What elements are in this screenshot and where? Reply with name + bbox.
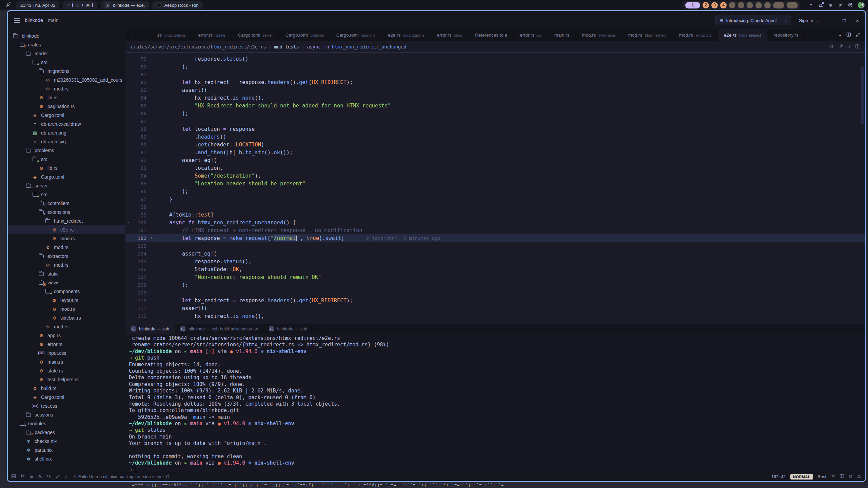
- workspace-empty[interactable]: [755, 2, 762, 8]
- expand-icon[interactable]: [856, 32, 860, 38]
- launcher-icon[interactable]: [3, 2, 13, 8]
- sign-in-button[interactable]: Sign In ⌄: [799, 18, 819, 23]
- check-icon[interactable]: ✓: [64, 474, 68, 479]
- editor-tab[interactable]: .rsorganizations: [151, 29, 192, 41]
- bell-icon[interactable]: [857, 474, 862, 480]
- media-widget[interactable]: Aesop Rock - Rin: [152, 1, 202, 9]
- file-tree-item[interactable]: ▣views: [8, 278, 125, 287]
- breadcrumb-module[interactable]: mod tests: [274, 44, 299, 49]
- file-tree-item[interactable]: ◆components: [8, 287, 125, 296]
- file-tree-item[interactable]: ✳db-arch.svg: [8, 137, 125, 146]
- plug-icon[interactable]: [848, 474, 853, 480]
- file-tree-item[interactable]: ⚙test_helpers.rs: [8, 375, 125, 384]
- editor-tab[interactable]: Cargo.tomlsessions: [330, 29, 382, 41]
- breadcrumb-path[interactable]: crates/server/src/extensions/htmx_redire…: [131, 44, 266, 49]
- editor-tab[interactable]: References to e: [469, 29, 514, 41]
- network-off-icon[interactable]: [838, 3, 843, 8]
- file-tree-item[interactable]: blinkode: [8, 32, 125, 40]
- panels-icon[interactable]: [840, 474, 844, 480]
- workspace-4[interactable]: 4: [720, 2, 727, 8]
- code-editor[interactable]: 79 response.status()80 );8182 let hx_red…: [125, 53, 865, 324]
- file-tree-item[interactable]: ◆src: [8, 190, 125, 199]
- editor-tab[interactable]: error.rssrc: [514, 29, 548, 41]
- file-tree-item[interactable]: ◈Cargo.toml: [8, 111, 125, 120]
- terminal-tab[interactable]: >_blinkode — zsh: [263, 324, 313, 334]
- file-tree-item[interactable]: cssinput.css: [8, 349, 125, 358]
- claude-agent-banner[interactable]: ✳ Introducing: Claude Agent ×: [715, 16, 791, 25]
- file-tree-item[interactable]: ⚙mod.rs: [8, 322, 125, 331]
- file-tree-item[interactable]: ⚙packages: [8, 428, 125, 437]
- owl-icon[interactable]: [848, 2, 853, 8]
- file-tree-item[interactable]: ❄shell.nix: [8, 454, 125, 463]
- file-tree-item[interactable]: htmx_redirect: [8, 217, 125, 225]
- file-tree-item[interactable]: ⚙build.rs: [8, 384, 125, 393]
- file-tree-item[interactable]: csstest.css: [8, 402, 125, 410]
- file-tree-item[interactable]: model: [8, 49, 125, 58]
- editor-tab[interactable]: main.rs: [548, 29, 576, 41]
- ai-icon[interactable]: [831, 474, 835, 480]
- file-tree-item[interactable]: ❄parts.nix: [8, 446, 125, 454]
- diagnostics-warning[interactable]: ⚠ Failed to run nil, nixd, package-versi…: [72, 474, 173, 479]
- chevron-down-icon[interactable]: [809, 3, 813, 7]
- file-tree-item[interactable]: ⚙controllers: [8, 199, 125, 208]
- file-tree-item[interactable]: ⚙lib.rs: [8, 164, 125, 172]
- maximize-button[interactable]: □: [843, 18, 846, 23]
- editor-tab[interactable]: mod.rshtmx_redirect: [622, 29, 673, 41]
- branch-name[interactable]: main: [48, 18, 58, 23]
- file-tree-item[interactable]: problems: [8, 146, 125, 155]
- breadcrumb[interactable]: crates/server/src/extensions/htmx_redire…: [125, 41, 865, 53]
- banner-close-icon[interactable]: ×: [781, 16, 791, 25]
- new-tab-button[interactable]: +: [839, 32, 842, 38]
- project-name[interactable]: blinkode: [25, 18, 43, 23]
- terminal-output[interactable]: create mode 100644 crates/server/src/ext…: [125, 334, 865, 472]
- inline-assist-icon[interactable]: I: [848, 44, 850, 49]
- clock-widget[interactable]: 21:43 Thu, Apr 02: [16, 1, 59, 9]
- file-tree-item[interactable]: ⚙state.rs: [8, 366, 125, 375]
- dock-panel-icon[interactable]: [11, 474, 16, 480]
- file-tree-item[interactable]: ⚙e2e.rs: [8, 225, 125, 234]
- search-icon[interactable]: [829, 44, 834, 50]
- nav-forward-button[interactable]: →: [141, 32, 146, 38]
- file-tree-item[interactable]: ⚙mod.rs: [8, 305, 125, 313]
- file-tree-item[interactable]: ◈Cargo.toml: [8, 393, 125, 402]
- workspace-empty[interactable]: [773, 2, 784, 8]
- file-tree-item[interactable]: ⚙mod.rs: [8, 261, 125, 269]
- user-icon[interactable]: [38, 474, 42, 480]
- file-tree-item[interactable]: sessions: [8, 410, 125, 419]
- file-tree-item[interactable]: ⚙app.rs: [8, 331, 125, 340]
- workspace-empty[interactable]: [729, 2, 735, 8]
- system-monitor-widget[interactable]: ◔ ♨ ▣: [63, 1, 97, 9]
- file-tree-item[interactable]: ⚙pagination.rs: [8, 102, 125, 111]
- editor-tab[interactable]: Cargo.tomlblinkode: [279, 29, 330, 41]
- pane-layout-icon[interactable]: [855, 44, 860, 50]
- magic-edit-icon[interactable]: [839, 44, 844, 50]
- editor-tab[interactable]: error.rscreate: [192, 29, 232, 41]
- split-pane-icon[interactable]: [846, 32, 851, 38]
- file-tree-item[interactable]: static: [8, 269, 125, 278]
- file-tree-item[interactable]: ⚙mod.rs: [8, 234, 125, 243]
- file-tree-item[interactable]: ⚙layout.rs: [8, 296, 125, 305]
- minimize-button[interactable]: –: [830, 18, 832, 23]
- file-tree-item[interactable]: ⚙crates: [8, 40, 125, 49]
- file-tree-item[interactable]: ◈Cargo.toml: [8, 172, 125, 181]
- file-tree-item[interactable]: ⚙m20260331_005002_add_cours: [8, 76, 125, 84]
- close-button[interactable]: ×: [856, 18, 859, 23]
- language-selector[interactable]: Rust: [817, 474, 826, 479]
- editor-tab[interactable]: repository.rs: [767, 29, 805, 41]
- editor-tab[interactable]: mod.rsextractors: [673, 29, 718, 41]
- list-icon[interactable]: [29, 474, 34, 480]
- file-tree-item[interactable]: ◈modules: [8, 419, 125, 428]
- terminal-tab[interactable]: >_blinkode — zsh build-tailwindcss -w: [175, 324, 263, 334]
- workspace-empty[interactable]: [747, 2, 753, 8]
- volume-icon[interactable]: [828, 3, 833, 8]
- nav-back-button[interactable]: ←: [130, 32, 135, 38]
- file-tree-item[interactable]: ⚙lib.rs: [8, 93, 125, 102]
- code-action-bolt-icon[interactable]: ⚡: [146, 236, 157, 241]
- editor-scrollbar[interactable]: [861, 66, 864, 124]
- file-tree-item[interactable]: ⚙main.rs: [8, 358, 125, 366]
- workspace-2[interactable]: 2: [703, 2, 709, 8]
- bell-icon[interactable]: [818, 3, 823, 8]
- file-tree-item[interactable]: ◈extensions: [8, 208, 125, 217]
- terminal-tab[interactable]: >_blinkode — zsh: [125, 324, 175, 334]
- editor-tab[interactable]: e2e.rshtmx_redirect: [718, 29, 767, 41]
